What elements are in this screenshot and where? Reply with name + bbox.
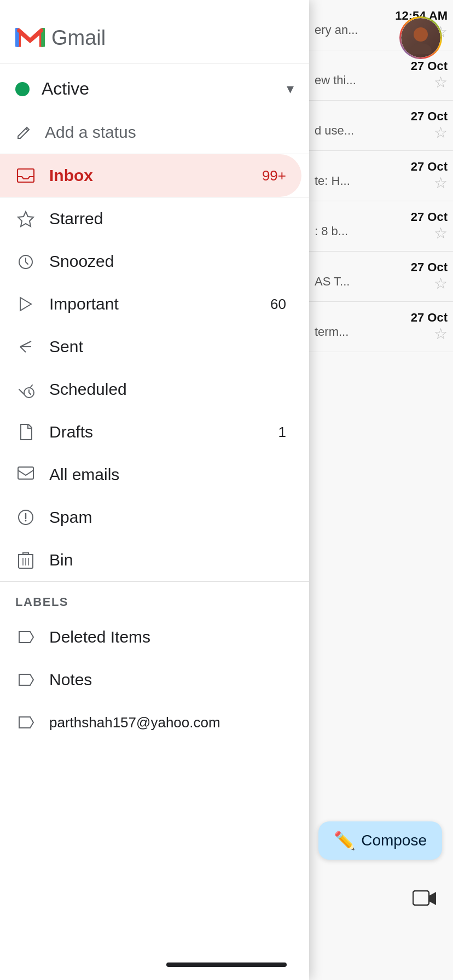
scheduled-label: Scheduled bbox=[49, 380, 286, 399]
svg-point-17 bbox=[25, 520, 27, 522]
drawer-header: Gmail bbox=[0, 0, 309, 63]
svg-marker-1 bbox=[429, 892, 436, 905]
star-icon-7[interactable]: ☆ bbox=[434, 325, 448, 343]
sent-icon bbox=[15, 336, 36, 357]
sidebar-item-all-emails[interactable]: All emails bbox=[0, 453, 301, 496]
svg-marker-9 bbox=[20, 298, 31, 311]
email-preview-2[interactable]: 27 Oct ☆ ew thi... bbox=[309, 50, 453, 101]
snoozed-label: Snoozed bbox=[49, 252, 286, 271]
svg-rect-0 bbox=[413, 891, 429, 905]
inbox-badge: 99+ bbox=[262, 167, 286, 184]
star-icon bbox=[15, 208, 36, 229]
bin-icon bbox=[15, 550, 36, 570]
pencil-icon bbox=[15, 124, 33, 141]
snoozed-icon bbox=[15, 251, 36, 272]
spam-icon bbox=[15, 507, 36, 528]
email-time-6: 27 Oct bbox=[315, 260, 448, 275]
svg-marker-7 bbox=[18, 212, 33, 226]
compose-label: Compose bbox=[361, 832, 427, 849]
all-emails-icon bbox=[15, 464, 36, 485]
avatar-image bbox=[401, 18, 440, 57]
label-icon-parthshah bbox=[15, 712, 36, 733]
email-preview-4[interactable]: 27 Oct ☆ te: H... bbox=[309, 151, 453, 201]
drafts-badge: 1 bbox=[278, 424, 286, 441]
svg-line-10 bbox=[20, 341, 31, 347]
sidebar-item-important[interactable]: Important 60 bbox=[0, 283, 301, 325]
label-icon-deleted bbox=[15, 627, 36, 648]
email-text-2: ☆ ew thi... bbox=[315, 73, 448, 91]
email-time-7: 27 Oct bbox=[315, 311, 448, 325]
sidebar-item-notes[interactable]: Notes bbox=[0, 658, 301, 701]
gmail-m-icon bbox=[15, 27, 45, 49]
drafts-label: Drafts bbox=[49, 423, 265, 441]
svg-line-11 bbox=[20, 347, 26, 352]
star-icon-3[interactable]: ☆ bbox=[434, 124, 448, 142]
svg-point-2 bbox=[414, 27, 428, 42]
add-status-row[interactable]: Add a status bbox=[0, 114, 309, 154]
sidebar-item-bin[interactable]: Bin bbox=[0, 539, 301, 581]
svg-rect-6 bbox=[18, 169, 34, 182]
home-indicator bbox=[166, 962, 287, 967]
svg-point-3 bbox=[410, 43, 432, 54]
chevron-down-icon: ▾ bbox=[287, 80, 294, 97]
label-icon-notes bbox=[15, 669, 36, 690]
important-badge: 60 bbox=[270, 296, 286, 313]
inbox-label: Inbox bbox=[49, 166, 249, 185]
add-status-label: Add a status bbox=[45, 123, 136, 142]
important-label: Important bbox=[49, 295, 257, 313]
email-text-3: d use... ☆ bbox=[315, 124, 448, 142]
active-status-dot bbox=[15, 82, 30, 96]
sidebar-item-inbox[interactable]: Inbox 99+ bbox=[0, 154, 301, 197]
notes-label: Notes bbox=[49, 670, 286, 689]
star-icon-2[interactable]: ☆ bbox=[434, 73, 448, 91]
drafts-icon bbox=[15, 422, 36, 442]
email-text-7: ☆ term... bbox=[315, 325, 448, 343]
all-emails-label: All emails bbox=[49, 465, 286, 484]
sidebar-item-parthshah[interactable]: parthshah157@yahoo.com bbox=[0, 701, 301, 744]
email-preview-6[interactable]: 27 Oct ☆ AS T... bbox=[309, 252, 453, 302]
star-icon-5[interactable]: ☆ bbox=[434, 224, 448, 242]
compose-button[interactable]: ✏️ Compose bbox=[318, 821, 442, 860]
sidebar-item-snoozed[interactable]: Snoozed bbox=[0, 240, 301, 283]
labels-section-header: LABELS bbox=[0, 582, 309, 616]
status-label: Active bbox=[42, 79, 275, 99]
gmail-logo: Gmail bbox=[15, 26, 106, 50]
status-row[interactable]: Active ▾ bbox=[0, 63, 309, 114]
navigation-drawer: Gmail Active ▾ Add a status Inbox 99+ bbox=[0, 0, 309, 980]
sidebar-item-deleted-items[interactable]: Deleted Items bbox=[0, 616, 301, 658]
sidebar-item-spam[interactable]: Spam bbox=[0, 496, 301, 539]
sent-label: Sent bbox=[49, 337, 286, 356]
email-time-4: 27 Oct bbox=[315, 160, 448, 174]
star-icon-4[interactable]: ☆ bbox=[434, 174, 448, 192]
email-preview-5[interactable]: 27 Oct ☆ : 8 b... bbox=[309, 201, 453, 252]
email-preview-3[interactable]: 27 Oct d use... ☆ bbox=[309, 101, 453, 151]
email-text-4: ☆ te: H... bbox=[315, 174, 448, 192]
spam-label: Spam bbox=[49, 508, 286, 527]
scheduled-icon bbox=[15, 379, 36, 400]
email-text-6: ☆ AS T... bbox=[315, 275, 448, 293]
bin-label: Bin bbox=[49, 551, 286, 569]
star-icon-6[interactable]: ☆ bbox=[434, 275, 448, 293]
compose-icon: ✏️ bbox=[334, 830, 356, 851]
video-icon[interactable] bbox=[413, 887, 437, 914]
email-text-5: ☆ : 8 b... bbox=[315, 224, 448, 242]
email-time-5: 27 Oct bbox=[315, 210, 448, 224]
important-icon bbox=[15, 294, 36, 314]
sidebar-item-scheduled[interactable]: Scheduled bbox=[0, 368, 301, 411]
starred-label: Starred bbox=[49, 209, 286, 228]
email-time-2: 27 Oct bbox=[315, 59, 448, 73]
deleted-items-label: Deleted Items bbox=[49, 628, 286, 646]
sidebar-item-starred[interactable]: Starred bbox=[0, 197, 301, 240]
email-preview-7[interactable]: 27 Oct ☆ term... bbox=[309, 302, 453, 352]
sidebar-item-drafts[interactable]: Drafts 1 bbox=[0, 411, 301, 453]
email-time-3: 27 Oct bbox=[315, 109, 448, 124]
app-title: Gmail bbox=[51, 26, 106, 50]
inbox-icon bbox=[15, 165, 36, 186]
parthshah-label: parthshah157@yahoo.com bbox=[49, 714, 286, 731]
svg-rect-14 bbox=[18, 467, 33, 479]
sidebar-item-sent[interactable]: Sent bbox=[0, 325, 301, 368]
avatar[interactable] bbox=[399, 16, 442, 59]
